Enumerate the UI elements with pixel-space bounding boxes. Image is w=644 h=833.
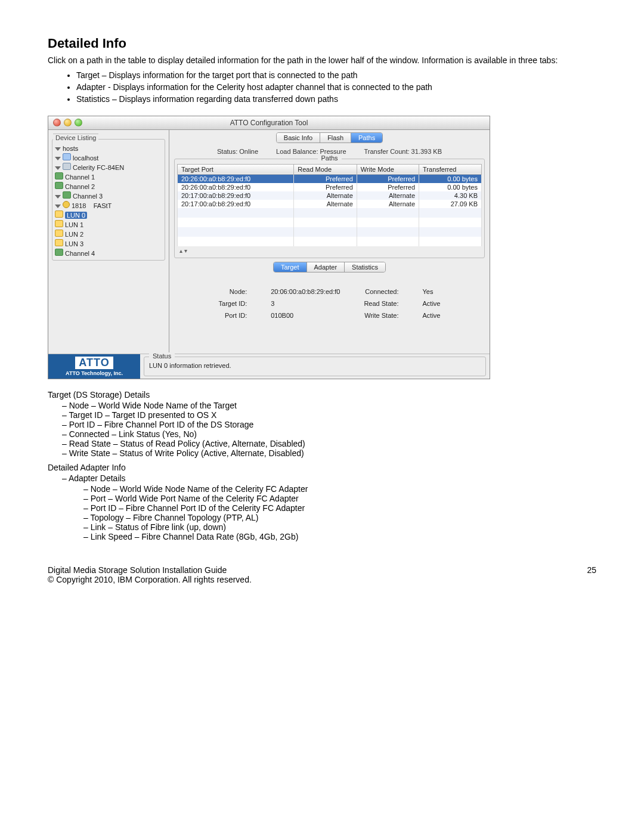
list-item: Link – Status of Fibre link (up, down) — [83, 522, 596, 532]
target-details-heading: Target (DS Storage) Details — [48, 390, 596, 400]
list-item: Port ID – Fibre Channel Port ID of the C… — [83, 503, 596, 513]
window-titlebar: ATTO Configuration Tool — [48, 116, 490, 130]
tab-target[interactable]: Target — [274, 262, 307, 272]
section-heading: Detailed Info — [48, 36, 596, 51]
connected-value: Yes — [423, 288, 441, 295]
footer-copyright: © Copyright 2010, IBM Corporation. All r… — [48, 575, 252, 584]
tree-localhost[interactable]: localhost — [55, 153, 162, 162]
table-row[interactable]: 20:17:00:a0:b8:29:ed:f0AlternateAlternat… — [178, 191, 482, 200]
tree-channel-1[interactable]: Channel 1 — [55, 172, 162, 181]
adapter-details-sub: Adapter Details — [62, 473, 596, 483]
empty-row — [178, 208, 482, 218]
list-item: Port ID – Fibre Channel Port ID of the D… — [62, 420, 596, 429]
zoom-icon[interactable] — [75, 119, 82, 126]
list-item: Link Speed – Fibre Channel Data Rate (8G… — [83, 532, 596, 541]
read-state-label: Read State: — [364, 300, 398, 307]
tree-lun-2[interactable]: LUN 2 — [55, 229, 162, 239]
read-state-value: Active — [423, 300, 441, 307]
device-listing-label: Device Listing — [53, 134, 98, 141]
tree-target-1818[interactable]: 1818 FAStT — [55, 200, 162, 210]
company-name: ATTO Technology, Inc. — [66, 370, 123, 376]
target-id-value: 3 — [271, 300, 340, 307]
page-footer: Digital Media Storage Solution Installat… — [48, 565, 596, 584]
tree-adapter[interactable]: Celerity FC-84EN — [55, 162, 162, 172]
node-label: Node: — [219, 288, 247, 295]
page-number: 25 — [587, 565, 596, 584]
adapter-info-heading: Detailed Adapter Info — [48, 463, 596, 472]
target-details-list: Node – World Wide Node Name of the Targe… — [48, 401, 596, 458]
write-state-value: Active — [423, 312, 441, 319]
intro-bullets: Target – Displays information for the ta… — [48, 70, 596, 105]
window-title: ATTO Configuration Tool — [230, 119, 308, 127]
tree-channel-2[interactable]: Channel 2 — [55, 181, 162, 191]
paths-table: Target Port Read Mode Write Mode Transfe… — [177, 164, 482, 246]
list-item: Connected – Link Status (Yes, No) — [62, 429, 596, 439]
footer-title: Digital Media Storage Solution Installat… — [48, 565, 252, 575]
close-icon[interactable] — [53, 119, 61, 126]
bullet-statistics: Statistics – Displays information regard… — [76, 94, 596, 105]
list-item: Topology – Fibre Channel Topology (PTP, … — [83, 513, 596, 522]
connected-label: Connected: — [364, 288, 398, 295]
detail-tabset: Target Adapter Statistics — [273, 262, 386, 272]
tree-lun-3[interactable]: LUN 3 — [55, 239, 162, 248]
tree-lun-0[interactable]: LUN 0 — [55, 210, 162, 219]
adapter-details-list: Node – World Wide Node Name of the Celer… — [48, 484, 596, 541]
adapter-details-outer: Adapter Details — [48, 473, 596, 483]
bullet-target: Target – Displays information for the ta… — [76, 70, 596, 81]
list-item: Write State – Status of Write Policy (Ac… — [62, 448, 596, 458]
table-row[interactable]: 20:26:00:a0:b8:29:ed:f0PreferredPreferre… — [178, 174, 482, 183]
empty-row — [178, 237, 482, 246]
port-id-value: 010B00 — [271, 312, 340, 319]
list-item: Target ID – Target ID presented to OS X — [62, 410, 596, 420]
top-tabset: Basic Info Flash Paths — [276, 132, 383, 143]
list-item: Node – World Wide Node Name of the Targe… — [62, 401, 596, 410]
list-item: Read State – Status of Read Policy (Acti… — [62, 439, 596, 448]
empty-row — [178, 227, 482, 237]
col-write-mode[interactable]: Write Mode — [357, 164, 419, 174]
minimize-icon[interactable] — [64, 119, 72, 126]
main-panel: Basic Info Flash Paths Status: Online Lo… — [169, 130, 490, 354]
table-header-row: Target Port Read Mode Write Mode Transfe… — [178, 164, 482, 174]
tab-paths[interactable]: Paths — [351, 133, 382, 143]
write-state-label: Write State: — [364, 312, 398, 319]
tree-lun-1[interactable]: LUN 1 — [55, 219, 162, 229]
brand-box: ATTO ATTO Technology, Inc. — [48, 354, 140, 379]
atto-config-window: ATTO Configuration Tool Device Listing h… — [48, 116, 490, 379]
target-detail-grid: Node: 20:06:00:a0:b8:29:ed:f0 Connected:… — [219, 288, 441, 319]
list-item: Node – World Wide Node Name of the Celer… — [83, 484, 596, 494]
status-message-box: LUN 0 information retrieved. — [144, 357, 486, 376]
col-read-mode[interactable]: Read Mode — [294, 164, 357, 174]
paths-group: Target Port Read Mode Write Mode Transfe… — [174, 159, 485, 258]
table-row[interactable]: 20:17:00:a0:b8:29:ed:f0AlternateAlternat… — [178, 200, 482, 208]
col-target-port[interactable]: Target Port — [178, 164, 294, 174]
list-item: Port – World Wide Port Name of the Celer… — [83, 494, 596, 503]
tree-channel-3[interactable]: Channel 3 — [55, 191, 162, 200]
status-bar: ATTO ATTO Technology, Inc. LUN 0 informa… — [48, 354, 490, 379]
table-footer-controls[interactable]: ▴ ▾ — [179, 247, 479, 254]
port-id-label: Port ID: — [219, 312, 247, 319]
tab-basic-info[interactable]: Basic Info — [277, 133, 320, 143]
tree-hosts[interactable]: hosts — [55, 144, 162, 153]
table-row[interactable]: 20:26:00:a0:b8:29:ed:f0PreferredPreferre… — [178, 183, 482, 191]
target-id-label: Target ID: — [219, 300, 247, 307]
tab-adapter[interactable]: Adapter — [307, 262, 345, 272]
col-transferred[interactable]: Transferred — [419, 164, 482, 174]
bullet-adapter: Adapter - Displays information for the C… — [76, 82, 596, 93]
atto-logo: ATTO — [75, 357, 113, 369]
status-message: LUN 0 information retrieved. — [149, 362, 231, 369]
intro-text: Click on a path in the table to display … — [48, 55, 596, 66]
tab-statistics[interactable]: Statistics — [345, 262, 385, 272]
tree-channel-4[interactable]: Channel 4 — [55, 248, 162, 258]
device-listing-panel: Device Listing hosts localhost Celerity … — [48, 130, 169, 354]
empty-row — [178, 218, 482, 227]
tab-flash[interactable]: Flash — [320, 133, 351, 143]
status-online: Status: Online — [217, 148, 258, 155]
transfer-count: Transfer Count: 31.393 KB — [364, 148, 442, 155]
node-value: 20:06:00:a0:b8:29:ed:f0 — [271, 288, 340, 295]
